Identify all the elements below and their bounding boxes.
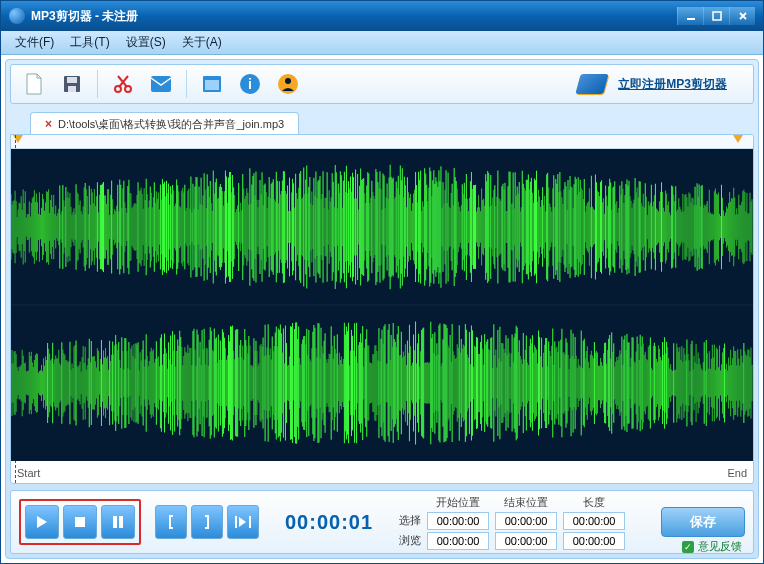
close-button[interactable] [729,7,755,25]
time-display: 00:00:01 [285,511,373,534]
end-label: End [727,467,747,479]
svg-rect-1480 [249,516,251,528]
info-button[interactable]: i [233,67,267,101]
waveform-panel: Start End [10,134,754,484]
row-select-label: 选择 [399,513,421,528]
play-selection-button[interactable] [227,505,259,539]
wave-labels: Start End [17,467,747,479]
browse-start-input[interactable] [427,532,489,550]
tab-close-icon[interactable]: × [45,113,52,135]
titlebar: MP3剪切器 - 未注册 [1,1,763,31]
col-end-header: 结束位置 [495,495,557,510]
toolbar-right: 立即注册MP3剪切器 [578,74,747,94]
svg-text:i: i [248,76,252,92]
maximize-button[interactable] [703,7,729,25]
feedback-icon: ✓ [682,541,694,553]
window-tile-button[interactable] [195,67,229,101]
menu-tools[interactable]: 工具(T) [62,32,117,53]
save-file-button[interactable] [55,67,89,101]
col-start-header: 开始位置 [427,495,489,510]
control-bar: 00:00:01 开始位置 结束位置 长度 选择 浏览 保存 [10,490,754,554]
new-file-button[interactable] [17,67,51,101]
menubar: 文件(F) 工具(T) 设置(S) 关于(A) [1,31,763,55]
svg-rect-1478 [119,516,123,528]
select-length-input[interactable] [563,512,625,530]
playback-group [19,499,141,545]
set-end-button[interactable] [191,505,223,539]
start-label: Start [17,467,40,479]
svg-rect-9 [205,80,219,90]
cut-button[interactable] [106,67,140,101]
file-tab[interactable]: × D:\tools\桌面\格式转换\我的合并声音_join.mp3 [30,112,299,134]
user-button[interactable] [271,67,305,101]
register-card-icon [576,74,609,94]
content-area: i 立即注册MP3剪切器 × D:\tools\桌面\格式转换\我的合并声音_j… [5,59,759,559]
svg-rect-3 [67,77,77,83]
col-length-header: 长度 [563,495,625,510]
end-marker-icon[interactable] [733,135,743,143]
svg-rect-1479 [235,516,237,528]
toolbar: i 立即注册MP3剪切器 [10,64,754,104]
select-end-input[interactable] [495,512,557,530]
save-button[interactable]: 保存 [661,507,745,537]
ruler[interactable] [11,135,753,149]
row-browse-label: 浏览 [399,533,421,548]
menu-file[interactable]: 文件(F) [7,32,62,53]
minimize-button[interactable] [677,7,703,25]
play-button[interactable] [25,505,59,539]
svg-rect-1477 [113,516,117,528]
set-start-button[interactable] [155,505,187,539]
tab-row: × D:\tools\桌面\格式转换\我的合并声音_join.mp3 [10,110,754,134]
svg-rect-4 [68,86,76,92]
pause-button[interactable] [101,505,135,539]
menu-settings[interactable]: 设置(S) [118,32,174,53]
email-button[interactable] [144,67,178,101]
bracket-group [155,505,259,539]
svg-rect-1 [713,12,721,20]
separator [186,70,187,98]
position-grid: 开始位置 结束位置 长度 选择 浏览 [399,495,625,550]
app-icon [9,8,25,24]
waveform-display[interactable] [11,149,753,461]
svg-rect-0 [687,18,695,20]
menu-about[interactable]: 关于(A) [174,32,230,53]
svg-point-13 [285,78,291,84]
window-title: MP3剪切器 - 未注册 [31,8,138,25]
separator [97,70,98,98]
app-window: MP3剪切器 - 未注册 文件(F) 工具(T) 设置(S) 关于(A) i 立… [0,0,764,564]
select-start-input[interactable] [427,512,489,530]
tab-label: D:\tools\桌面\格式转换\我的合并声音_join.mp3 [58,113,284,135]
feedback-label: 意见反馈 [698,539,742,554]
browse-end-input[interactable] [495,532,557,550]
svg-rect-1476 [75,517,85,527]
stop-button[interactable] [63,505,97,539]
window-controls [677,7,755,25]
register-link[interactable]: 立即注册MP3剪切器 [618,76,727,93]
svg-rect-7 [151,76,171,92]
feedback-link[interactable]: ✓ 意见反馈 [682,539,742,554]
browse-length-input[interactable] [563,532,625,550]
